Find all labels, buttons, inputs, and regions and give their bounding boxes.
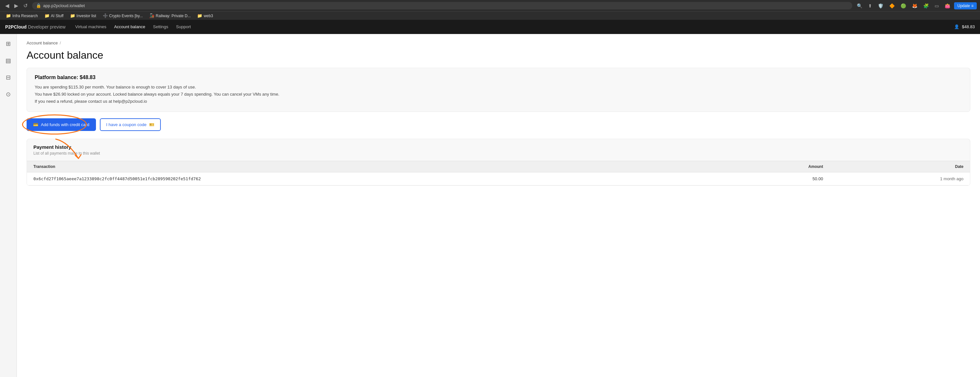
user-avatar-icon: 👤 [954, 24, 959, 29]
search-extension-btn[interactable]: 🔍 [855, 2, 864, 10]
lock-icon: 🔒 [36, 3, 41, 8]
nav-buttons: ◀ ▶ ↺ [3, 2, 30, 10]
sidebar-icon-sliders[interactable]: ⊟ [3, 72, 14, 83]
bookmark-label: Railway: Private D... [156, 14, 191, 18]
browser-extensions: 🔍 ⬆ 🛡️ 🔶 🟢 🦊 🧩 ▭ 👛 Update ≡ [855, 2, 977, 10]
menu-icon: ≡ [971, 3, 974, 8]
payment-history-header: Payment history List of all payments mad… [27, 139, 970, 161]
coupon-code-button[interactable]: I have a coupon code 🎫 [100, 118, 161, 131]
content-area: Account balance / Account balance Platfo… [17, 34, 980, 377]
ext2-btn[interactable]: 🦊 [910, 2, 920, 10]
table-row: 0x6cfd27f1065aeee7a1233898c2fc0ff4487d50… [27, 172, 970, 185]
app-nav-bar: P2PCloud Developer preview Virtual machi… [0, 20, 980, 34]
update-label: Update [957, 3, 970, 8]
transaction-cell: 0x6cfd27f1065aeee7a1233898c2fc0ff4487d50… [27, 172, 723, 185]
balance-info-line2: You have $26.90 locked on your account. … [35, 91, 962, 98]
coupon-label: I have a coupon code [106, 122, 146, 127]
platform-balance: Platform balance: $48.83 [35, 75, 962, 80]
brave-shield-btn[interactable]: 🛡️ [876, 2, 885, 10]
back-button[interactable]: ◀ [3, 2, 11, 10]
balance-info-line1: You are spending $115.30 per month. Your… [35, 84, 962, 91]
refresh-button[interactable]: ↺ [21, 2, 30, 10]
balance-card: Platform balance: $48.83 You are spendin… [27, 68, 970, 112]
browser-chrome: ◀ ▶ ↺ 🔒 app.p2pcloud.io/wallet 🔍 ⬆ 🛡️ 🔶 … [0, 0, 980, 11]
main-layout: ⊞ ▤ ⊟ ⊙ Account balance / Account balanc… [0, 34, 980, 377]
bookmark-railway[interactable]: 🚂 Railway: Private D... [146, 13, 193, 19]
payment-history-subtitle: List of all payments made to this wallet [33, 151, 964, 156]
date-cell: 1 month ago [830, 172, 970, 185]
wallet-btn[interactable]: 👛 [943, 2, 952, 10]
add-funds-button[interactable]: 💳 Add funds with credit card [27, 118, 96, 131]
nav-settings[interactable]: Settings [153, 23, 168, 30]
ext1-btn[interactable]: 🟢 [899, 2, 908, 10]
col-header-amount: Amount [723, 161, 830, 172]
payment-history-title: Payment history [33, 144, 964, 150]
action-buttons: 💳 Add funds with credit card I have a co… [27, 118, 970, 131]
folder-icon: 📁 [197, 13, 202, 18]
bookmark-infra-research[interactable]: 📁 Infra Research [3, 13, 41, 19]
amount-cell: 50.00 [723, 172, 830, 185]
brand-name-light: Developer preview [28, 24, 65, 30]
page-title: Account balance [27, 49, 970, 61]
address-bar[interactable]: 🔒 app.p2pcloud.io/wallet [32, 2, 852, 10]
railway-icon: 🚂 [149, 13, 154, 18]
platform-balance-value: $48.83 [80, 75, 95, 80]
bookmark-label: Crypto Events [by... [109, 14, 143, 18]
bookmark-ai-stuff[interactable]: 📁 AI Stuff [42, 13, 66, 19]
app-nav-right: 👤 $48.83 [954, 24, 975, 29]
brave-rewards-btn[interactable]: 🔶 [887, 2, 897, 10]
brand-name-bold: P2PCloud [5, 24, 27, 30]
sidebar: ⊞ ▤ ⊟ ⊙ [0, 34, 17, 377]
payment-history-section: Payment history List of all payments mad… [27, 139, 970, 186]
credit-card-icon: 💳 [33, 122, 38, 127]
add-icon: ➕ [103, 13, 108, 18]
url-text: app.p2pcloud.io/wallet [43, 3, 85, 8]
platform-balance-label: Platform balance: [35, 75, 78, 80]
folder-icon: 📁 [45, 13, 49, 18]
breadcrumb-parent[interactable]: Account balance [27, 41, 58, 45]
col-header-transaction: Transaction [27, 161, 723, 172]
folder-icon: 📁 [70, 13, 75, 18]
nav-account-balance[interactable]: Account balance [114, 23, 145, 30]
sidebar-icon-globe[interactable]: ⊙ [3, 89, 14, 100]
sidebar-toggle-btn[interactable]: ▭ [933, 2, 941, 10]
bookmark-investor-list[interactable]: 📁 Investor list [67, 13, 99, 19]
payment-table: Transaction Amount Date 0x6cfd27f1065aee… [27, 161, 970, 185]
balance-display: $48.83 [962, 24, 975, 29]
bookmark-label: AI Stuff [51, 14, 64, 18]
breadcrumb-separator: / [60, 41, 61, 45]
breadcrumb: Account balance / [27, 41, 970, 45]
bookmark-label: web3 [204, 14, 213, 18]
col-header-date: Date [830, 161, 970, 172]
add-funds-label: Add funds with credit card [41, 122, 89, 127]
update-button[interactable]: Update ≡ [954, 2, 977, 10]
table-header-row: Transaction Amount Date [27, 161, 970, 172]
app-brand: P2PCloud Developer preview [5, 24, 65, 30]
bookmark-web3[interactable]: 📁 web3 [194, 13, 216, 19]
forward-button[interactable]: ▶ [12, 2, 20, 10]
coupon-icon: 🎫 [149, 122, 154, 127]
bookmarks-bar: 📁 Infra Research 📁 AI Stuff 📁 Investor l… [0, 11, 980, 20]
bookmark-label: Investor list [76, 14, 96, 18]
balance-info: You are spending $115.30 per month. Your… [35, 84, 962, 105]
balance-info-line3: If you need a refund, please contact us … [35, 98, 962, 105]
sidebar-icon-dashboard[interactable]: ⊞ [3, 38, 14, 49]
bookmark-label: Infra Research [12, 14, 38, 18]
app-nav-links: Virtual machines Account balance Setting… [75, 23, 954, 30]
bookmark-crypto-events[interactable]: ➕ Crypto Events [by... [100, 13, 146, 19]
nav-support[interactable]: Support [176, 23, 191, 30]
sidebar-icon-servers[interactable]: ▤ [3, 55, 14, 67]
folder-icon: 📁 [6, 13, 11, 18]
nav-virtual-machines[interactable]: Virtual machines [75, 23, 106, 30]
share-btn[interactable]: ⬆ [866, 2, 874, 10]
puzzle-btn[interactable]: 🧩 [921, 2, 931, 10]
